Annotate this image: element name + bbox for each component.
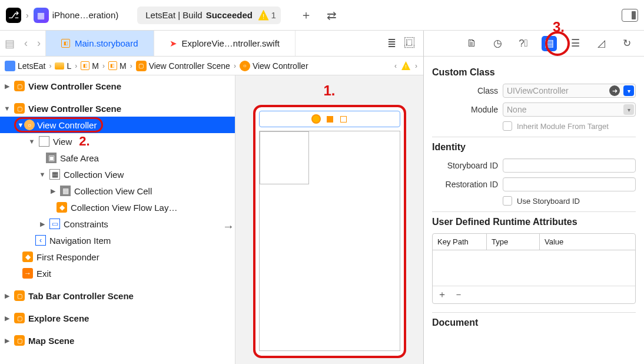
remove-attr-icon[interactable]: － [454,289,463,301]
run-destination[interactable]: iPhone…eration) [52,10,119,20]
github-icon: ⎇ [6,8,21,23]
connections-inspector-icon[interactable]: ↻ [619,36,635,51]
add-tab-icon[interactable]: ＋ [300,7,313,23]
module-label: Module [432,105,498,114]
status-prefix: LetsEat | Build [145,10,202,20]
storyboard-file-icon: ◧ [61,39,70,48]
firstresponder-dock-icon[interactable] [327,116,333,123]
file-inspector-icon[interactable]: 🗎 [464,36,479,51]
flowlayout-icon: ◆ [57,202,67,213]
scene-icon: ▢ [14,103,25,114]
use-storyboard-id-checkbox[interactable]: Use Storyboard ID [503,196,636,206]
tab-explore-swift[interactable]: ➤ ExploreVie…ntroller.swift [154,31,296,56]
annotation-1: 1. [323,82,335,99]
toolbar: ⎇ › ▦ iPhone…eration) LetsEat | Build Su… [0,0,644,31]
annotation-2: 2. [79,134,89,149]
editor-tabbar: ▤ ‹ › ◧ Main.storyboard ➤ ExploreVie…ntr… [0,31,423,57]
checkbox-icon[interactable] [503,196,512,206]
col-keypath[interactable]: Key Path [433,234,487,250]
annotation-circle-3 [545,31,570,56]
section-runtime-attrs: User Defined Runtime Attributes [432,217,636,227]
runtime-attributes-table[interactable]: Key Path Type Value ＋ － [432,233,636,304]
col-type[interactable]: Type [487,234,540,250]
scene-dock[interactable] [259,111,400,127]
firstresponder-icon: ◆ [22,252,33,262]
vc-dock-icon[interactable] [313,115,320,123]
storyboard-icon: ◧ [108,61,117,70]
scheme-target[interactable]: ⎇ › ▦ iPhone…eration) [6,8,118,23]
root-view[interactable] [259,131,400,351]
constraints-icon: ▭ [49,219,60,229]
folder-icon [55,62,64,70]
warning-icon[interactable]: ! [401,61,410,70]
interface-builder-canvas[interactable]: 1. → [235,75,423,364]
status-result: Succeeded [206,10,253,20]
col-value[interactable]: Value [540,234,635,250]
swift-file-icon: ➤ [170,38,177,49]
related-items-icon[interactable]: ▤ [5,37,15,50]
restoration-id-label: Restoration ID [432,180,498,189]
toggle-right-panel[interactable] [622,9,638,22]
jump-bar[interactable]: LetsEat› L› ◧ M› ◧ M› ▢ View Controller … [0,57,423,75]
inspector-tab-bar: 🗎 ◷ ?⃝ ▤ ☰ ◿ ↻ [424,31,644,57]
cell-icon: ▦ [60,186,71,196]
storyboard-id-label: Storyboard ID [432,161,498,170]
exit-dock-icon[interactable] [340,116,347,123]
history-inspector-icon[interactable]: ◷ [490,36,505,51]
vc-icon: ○ [240,61,250,71]
section-custom-class: Custom Class [432,67,636,78]
prev-issue-icon[interactable]: ‹ [393,62,398,70]
storyboard-id-input[interactable] [503,158,636,173]
inherit-module-checkbox[interactable]: Inherit Module From Target [503,121,636,131]
navitem-icon: ‹ [35,235,46,246]
scene-icon: ▢ [14,81,25,91]
class-field[interactable]: UIViewController ➜ ▾ [503,84,636,98]
document-outline[interactable]: ▶▢View Controller Scene ▼▢View Controlle… [0,75,235,364]
section-document: Document [432,317,636,328]
scene-icon: ▢ [14,313,25,323]
scene-icon: ▢ [14,335,25,346]
exit-icon: → [22,268,33,279]
storyboard-icon: ◧ [81,61,89,70]
section-identity: Identity [432,142,636,153]
view-icon [39,136,49,147]
help-inspector-icon[interactable]: ?⃝ [516,36,531,51]
outline-view-controller[interactable]: ▼ ○ View Controller [0,117,235,133]
activity-status[interactable]: LetsEat | Build Succeeded ! 1 [137,6,281,24]
collectionview-icon: ▦ [49,169,60,180]
warning-icon: ! [258,10,269,21]
safearea-icon: ▣ [46,153,57,163]
module-field[interactable]: None ▾ [503,102,636,117]
code-review-icon[interactable]: ⇄ [326,8,338,22]
next-issue-icon[interactable]: › [414,62,419,70]
app-icon: ▦ [34,8,49,23]
toolbar-actions: ＋ ⇄ [300,7,338,23]
editor-options-icon[interactable]: ≣ [387,37,396,50]
chevron-right-icon: › [25,11,30,20]
class-label: Class [432,86,498,95]
nav-back-icon[interactable]: ‹ [24,37,28,49]
scene-icon: ▢ [14,290,25,301]
module-dropdown-icon[interactable]: ▾ [623,104,634,115]
vc-icon: ○ [24,120,35,130]
view-controller-canvas[interactable] [253,105,406,358]
nav-fwd-icon[interactable]: › [37,37,41,49]
project-icon [5,61,15,71]
collection-cell-prototype[interactable] [260,131,309,184]
inspector-panel: 3. 🗎 ◷ ?⃝ ▤ ☰ ◿ ↻ Custom Class Class UIV… [424,31,644,364]
add-attr-icon[interactable]: ＋ [437,289,447,301]
class-dropdown-icon[interactable]: ▾ [623,85,634,96]
jump-to-class-icon[interactable]: ➜ [609,85,620,96]
checkbox-icon[interactable] [503,121,512,131]
size-inspector-icon[interactable]: ◿ [593,36,609,51]
add-editor-icon[interactable]: ⿴ [404,37,415,49]
restoration-id-input[interactable] [503,177,636,191]
segue-arrow-icon: → [223,220,234,233]
scene-icon: ▢ [136,61,147,71]
tab-main-storyboard[interactable]: ◧ Main.storyboard [46,31,154,56]
warning-count[interactable]: ! 1 [258,10,276,21]
